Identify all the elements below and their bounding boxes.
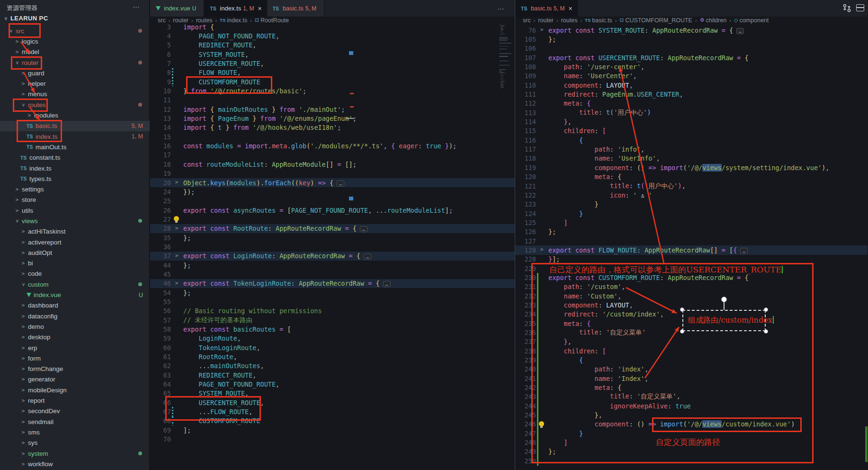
tree-item-settings[interactable]: >settings xyxy=(0,184,150,194)
code-area[interactable]: 76>export const SYSTEM_ROUTE: AppRouteRe… xyxy=(515,26,868,466)
code-line: 68 CUSTOMFORM_ROUTE xyxy=(150,416,515,425)
tree-item-routes[interactable]: >routes xyxy=(0,99,150,110)
breadcrumb-item-basic.ts[interactable]: TSbasic.ts› xyxy=(585,17,619,24)
tree-item-index.ts[interactable]: TSindex.ts1, M xyxy=(0,131,150,142)
breadcrumb-item-index.ts[interactable]: TSindex.ts› xyxy=(220,17,255,24)
tree-item-sendmail[interactable]: >sendmail xyxy=(0,416,150,427)
tree-item-modules[interactable]: >modules xyxy=(0,110,150,120)
tree-item-custom[interactable]: >custom xyxy=(0,279,150,289)
breadcrumb-item-src[interactable]: src› xyxy=(523,17,538,24)
tree-item-menus[interactable]: >menus xyxy=(0,89,150,99)
fold-chevron-icon[interactable]: > xyxy=(175,280,179,286)
explorer-more-actions-icon[interactable]: … xyxy=(133,1,140,9)
close-icon[interactable]: × xyxy=(568,5,572,12)
folded-code-badge[interactable]: … xyxy=(383,281,391,287)
tree-item-store[interactable]: >store xyxy=(0,195,150,205)
tree-item-index.ts[interactable]: TSindex.ts xyxy=(0,163,150,173)
tree-item-system[interactable]: >system xyxy=(0,448,150,459)
tree-item-formChange[interactable]: >formChange xyxy=(0,364,150,374)
folded-code-badge[interactable]: … xyxy=(364,253,371,260)
tree-item-activereport[interactable]: >activereport xyxy=(0,237,150,247)
tree-item-erp[interactable]: >erp xyxy=(0,343,150,353)
tree-item-code[interactable]: >code xyxy=(0,269,150,279)
breadcrumb-item-RootRoute[interactable]: ⊡RootRoute xyxy=(255,17,289,24)
tree-item-dataconfig[interactable]: >dataconfig xyxy=(0,311,150,321)
tree-item-utils[interactable]: >utils xyxy=(0,205,150,216)
tab-index.vue[interactable]: index.vueU xyxy=(150,0,204,17)
gutter-decorations xyxy=(536,282,548,291)
breadcrumb-separator-icon: › xyxy=(191,18,193,23)
tree-item-secondDev[interactable]: >secondDev xyxy=(0,406,150,416)
tree-item-generator[interactable]: >generator xyxy=(0,374,150,385)
tree-item-mobileDesign[interactable]: >mobileDesign xyxy=(0,385,150,395)
tree-item-guard[interactable]: >guard xyxy=(0,68,150,78)
editor-more-actions-icon[interactable]: … xyxy=(497,3,504,11)
tree-item-logics[interactable]: >logics xyxy=(0,36,150,46)
tree-item-mainOut.ts[interactable]: TSmainOut.ts xyxy=(0,142,150,152)
folded-code-badge[interactable]: … xyxy=(360,226,367,232)
chevron-right-icon: > xyxy=(14,208,20,214)
code-token: { xyxy=(617,384,621,391)
tree-item-views[interactable]: >views xyxy=(0,216,150,226)
tree-item-workflow[interactable]: >workflow xyxy=(0,459,150,469)
tree-item-types.ts[interactable]: TStypes.ts xyxy=(0,173,150,184)
gutter-decorations xyxy=(536,337,548,346)
tree-item-router[interactable]: >router xyxy=(0,57,150,68)
folded-code-badge[interactable]: … xyxy=(736,28,744,34)
fold-chevron-icon[interactable]: > xyxy=(540,27,544,33)
minimap-line xyxy=(499,65,510,66)
tree-item-demo[interactable]: >demo xyxy=(0,321,150,332)
fold-chevron-icon[interactable]: > xyxy=(175,225,179,231)
gutter-decorations xyxy=(171,398,183,407)
breadcrumb-item-component[interactable]: ◇component xyxy=(734,17,769,24)
tree-item-report[interactable]: >report xyxy=(0,395,150,406)
tree-item-actHiTaskinst[interactable]: >actHiTaskinst xyxy=(0,226,150,237)
breadcrumb-item-CUSTOMFORM_ROUTE[interactable]: ⊡CUSTOMFORM_ROUTE› xyxy=(619,17,699,24)
tree-item-label: dashboard xyxy=(28,302,58,309)
lightbulb-icon[interactable] xyxy=(539,421,544,426)
breadcrumb-item-router[interactable]: router› xyxy=(538,17,561,24)
tree-item-src[interactable]: >src xyxy=(0,26,150,36)
close-icon[interactable]: × xyxy=(258,5,261,12)
folded-code-badge[interactable]: … xyxy=(740,248,748,254)
breadcrumb-item-routes[interactable]: routes› xyxy=(196,17,220,24)
fold-chevron-icon[interactable]: > xyxy=(175,253,179,259)
tab-basic.ts[interactable]: TSbasic.ts5, M× xyxy=(515,0,578,17)
tree-item-index.vue[interactable]: index.vueU xyxy=(0,289,150,300)
tree-item-auditOpt[interactable]: >auditOpt xyxy=(0,247,150,258)
tree-item-dashboard[interactable]: >dashboard xyxy=(0,300,150,311)
workspace-root[interactable]: >LEARUN PC xyxy=(3,15,48,22)
code-token: '/@/ xyxy=(687,164,703,172)
tab-basic.ts[interactable]: TSbasic.ts5, M xyxy=(267,0,324,17)
breadcrumb-item-children[interactable]: ⚙children› xyxy=(700,17,734,24)
code-text: export const FLOW_ROUTE: AppRouteRecordR… xyxy=(548,246,748,254)
tree-item-form[interactable]: >form xyxy=(0,353,150,363)
lightbulb-icon[interactable] xyxy=(174,216,179,221)
compare-changes-icon[interactable] xyxy=(842,3,851,13)
editor-group-left[interactable]: index.vueUTSindex.ts1, M×TSbasic.ts5, M…… xyxy=(150,0,515,470)
code-line: 124 } xyxy=(515,209,868,218)
tree-item-bi[interactable]: >bi xyxy=(0,258,150,269)
breadcrumb-item-routes[interactable]: routes› xyxy=(561,17,585,24)
minimap[interactable] xyxy=(499,24,515,213)
code-token: { xyxy=(372,280,379,287)
folded-code-badge[interactable]: … xyxy=(337,181,344,187)
breadcrumb-item-src[interactable]: src› xyxy=(158,17,173,24)
tree-item-desktop[interactable]: >desktop xyxy=(0,332,150,343)
tree-item-sms[interactable]: >sms xyxy=(0,427,150,437)
tree-item-model[interactable]: >model xyxy=(0,47,150,57)
tree-item-basic.ts[interactable]: TSbasic.ts5, M xyxy=(0,121,150,131)
tab-index.ts[interactable]: TSindex.ts1, M× xyxy=(204,0,267,17)
split-editor-icon[interactable] xyxy=(856,3,865,13)
tree-item-helper[interactable]: >helper xyxy=(0,78,150,89)
fold-chevron-icon[interactable]: > xyxy=(540,246,544,253)
fold-chevron-icon[interactable]: > xyxy=(175,179,179,185)
editor-group-right[interactable]: TSbasic.ts5, M×…src›router›routes›TSbasi… xyxy=(515,0,868,470)
breadcrumb-item-router[interactable]: router› xyxy=(173,17,196,24)
tree-item-sys[interactable]: >sys xyxy=(0,438,150,448)
tree-item-constant.ts[interactable]: TSconstant.ts xyxy=(0,153,150,163)
code-area[interactable]: 3import {4 PAGE_NOT_FOUND_ROUTE,5 REDIRE… xyxy=(150,22,515,444)
code-line: 16const modules = import.meta.glob('./mo… xyxy=(150,141,515,150)
code-token: CUSTOMFORM_ROUTE xyxy=(595,274,660,281)
code-token: , xyxy=(233,353,237,361)
